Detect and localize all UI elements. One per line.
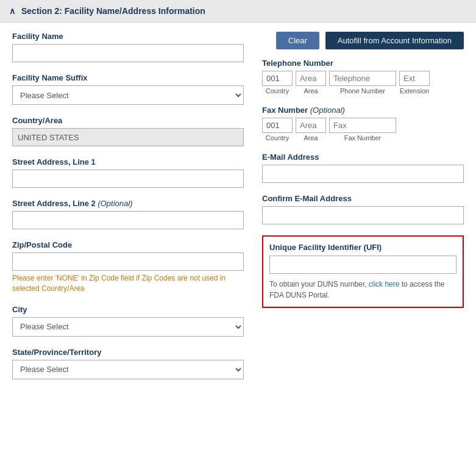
fax-group: Fax Number (Optional) Country Area Fax N… bbox=[262, 106, 464, 141]
facility-name-suffix-select[interactable]: Please Select bbox=[12, 85, 244, 105]
street2-group: Street Address, Line 2 (Optional) bbox=[12, 199, 244, 229]
tel-ext-input[interactable] bbox=[399, 71, 430, 86]
city-select[interactable]: Please Select bbox=[12, 317, 244, 337]
action-buttons: Clear Autofill from Account Information bbox=[262, 32, 464, 49]
clear-button[interactable]: Clear bbox=[276, 32, 319, 49]
confirm-email-group: Confirm E-Mail Address bbox=[262, 194, 464, 224]
email-label: E-Mail Address bbox=[262, 152, 464, 162]
city-label: City bbox=[12, 305, 244, 314]
telephone-label: Telephone Number bbox=[262, 59, 464, 68]
tel-area-wrap: Area bbox=[296, 71, 326, 95]
tel-phone-input[interactable] bbox=[329, 71, 396, 86]
telephone-fields: Country Area Phone Number Extension bbox=[262, 71, 464, 95]
ufi-duns-link[interactable]: click here bbox=[369, 280, 400, 288]
state-select[interactable]: Please Select bbox=[12, 360, 244, 379]
state-label: State/Province/Territory bbox=[12, 348, 244, 357]
confirm-email-label: Confirm E-Mail Address bbox=[262, 194, 464, 203]
tel-area-label: Area bbox=[304, 87, 318, 95]
facility-name-suffix-label: Facility Name Suffix bbox=[12, 73, 244, 82]
fax-country-input[interactable] bbox=[262, 118, 293, 133]
tel-phone-wrap: Phone Number bbox=[329, 71, 396, 95]
ufi-hint: To obtain your DUNS number, click here t… bbox=[269, 279, 456, 301]
facility-name-input[interactable] bbox=[12, 44, 244, 62]
tel-phone-label: Phone Number bbox=[340, 87, 385, 95]
street1-label: Street Address, Line 1 bbox=[12, 157, 244, 166]
fax-fields: Country Area Fax Number bbox=[262, 118, 464, 141]
tel-country-input[interactable] bbox=[262, 71, 293, 86]
ufi-section: Unique Facility Identifier (UFI) To obta… bbox=[262, 235, 464, 308]
street2-input[interactable] bbox=[12, 211, 244, 229]
fax-label: Fax Number (Optional) bbox=[262, 106, 464, 115]
facility-name-label: Facility Name bbox=[12, 32, 244, 41]
ufi-label: Unique Facility Identifier (UFI) bbox=[269, 243, 456, 252]
street1-group: Street Address, Line 1 bbox=[12, 157, 244, 188]
tel-ext-label: Extension bbox=[400, 87, 429, 95]
fax-number-label: Fax Number bbox=[344, 134, 382, 141]
fax-fax-wrap: Fax Number bbox=[329, 118, 396, 141]
chevron-up-icon bbox=[9, 6, 18, 16]
zip-group: Zip/Postal Code Please enter 'NONE' in Z… bbox=[12, 240, 244, 294]
country-area-group: Country/Area bbox=[12, 116, 244, 146]
email-input[interactable] bbox=[262, 165, 464, 183]
tel-ext-wrap: Extension bbox=[399, 71, 430, 95]
section-header: Section 2: Facility Name/Address Informa… bbox=[0, 0, 476, 23]
ufi-input[interactable] bbox=[269, 256, 456, 274]
fax-area-wrap: Area bbox=[296, 118, 326, 141]
country-area-label: Country/Area bbox=[12, 116, 244, 125]
zip-hint: Please enter 'NONE' in Zip Code field if… bbox=[12, 273, 244, 294]
autofill-button[interactable]: Autofill from Account Information bbox=[325, 32, 464, 49]
email-group: E-Mail Address bbox=[262, 152, 464, 183]
street1-input[interactable] bbox=[12, 170, 244, 188]
fax-number-input[interactable] bbox=[329, 118, 396, 133]
fax-country-wrap: Country bbox=[262, 118, 293, 141]
fax-area-label: Area bbox=[304, 134, 318, 141]
state-group: State/Province/Territory Please Select bbox=[12, 348, 244, 379]
country-area-input bbox=[12, 128, 244, 146]
zip-label: Zip/Postal Code bbox=[12, 240, 244, 249]
city-group: City Please Select bbox=[12, 305, 244, 337]
street2-label: Street Address, Line 2 (Optional) bbox=[12, 199, 244, 208]
fax-area-input[interactable] bbox=[296, 118, 326, 133]
tel-area-input[interactable] bbox=[296, 71, 326, 86]
tel-country-wrap: Country bbox=[262, 71, 293, 95]
section-title: Section 2: Facility Name/Address Informa… bbox=[21, 6, 205, 16]
tel-country-label: Country bbox=[266, 87, 290, 95]
confirm-email-input[interactable] bbox=[262, 206, 464, 224]
facility-name-suffix-group: Facility Name Suffix Please Select bbox=[12, 73, 244, 105]
facility-name-group: Facility Name bbox=[12, 32, 244, 62]
fax-country-label: Country bbox=[266, 134, 290, 141]
telephone-group: Telephone Number Country Area Phone Numb… bbox=[262, 59, 464, 95]
zip-input[interactable] bbox=[12, 252, 244, 271]
